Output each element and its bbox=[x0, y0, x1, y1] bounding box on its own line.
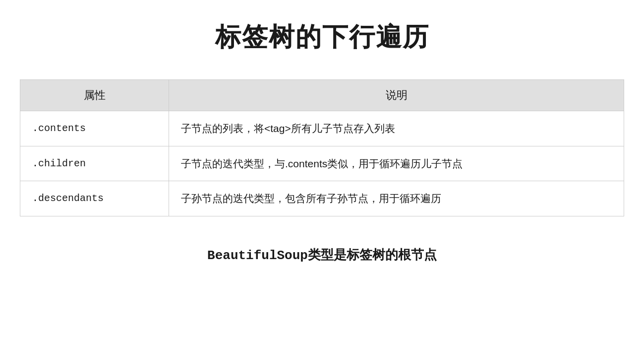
col-header-description: 说明 bbox=[169, 80, 624, 111]
table-cell-property: .descendants bbox=[20, 181, 169, 216]
table-row: .contents子节点的列表，将<tag>所有儿子节点存入列表 bbox=[20, 111, 624, 146]
table-cell-description: 子节点的迭代类型，与.contents类似，用于循环遍历儿子节点 bbox=[169, 146, 624, 181]
table-row: .children子节点的迭代类型，与.contents类似，用于循环遍历儿子节… bbox=[20, 146, 624, 181]
table-header-row: 属性 说明 bbox=[20, 80, 624, 111]
table-row: .descendants子孙节点的迭代类型，包含所有子孙节点，用于循环遍历 bbox=[20, 181, 624, 216]
table-cell-description: 子节点的列表，将<tag>所有儿子节点存入列表 bbox=[169, 111, 624, 146]
table-cell-description: 子孙节点的迭代类型，包含所有子孙节点，用于循环遍历 bbox=[169, 181, 624, 216]
footer-text: BeautifulSoup类型是标签树的根节点 bbox=[207, 246, 437, 264]
properties-table: 属性 说明 .contents子节点的列表，将<tag>所有儿子节点存入列表.c… bbox=[20, 79, 624, 216]
col-header-property: 属性 bbox=[20, 80, 169, 111]
page-title: 标签树的下行遍历 bbox=[215, 20, 429, 55]
table-cell-property: .contents bbox=[20, 111, 169, 146]
table-cell-property: .children bbox=[20, 146, 169, 181]
properties-table-container: 属性 说明 .contents子节点的列表，将<tag>所有儿子节点存入列表.c… bbox=[20, 79, 624, 216]
